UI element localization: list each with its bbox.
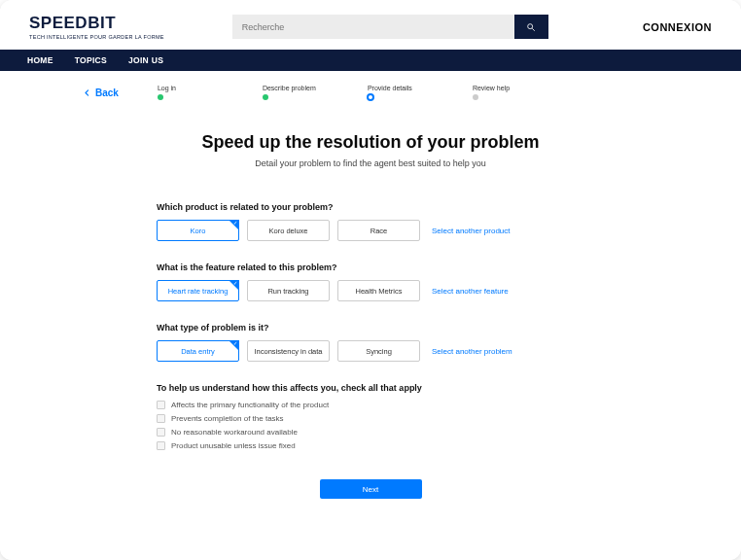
checkbox-primary-functionality[interactable] bbox=[157, 401, 165, 409]
step-login: Log in bbox=[158, 85, 263, 101]
option-label: Data entry bbox=[181, 347, 215, 356]
login-link[interactable]: CONNEXION bbox=[643, 21, 712, 33]
product-options: Koro✓ Koro deluxe Race Select another pr… bbox=[157, 220, 584, 241]
option-run-tracking[interactable]: Run tracking bbox=[247, 280, 330, 301]
feature-options: Heart rate tracking✓ Run tracking Health… bbox=[157, 280, 584, 301]
step-describe: Describe problem bbox=[263, 85, 368, 101]
check-label: Affects the primary functionality of the… bbox=[171, 401, 329, 409]
nav-join-us[interactable]: JOIN US bbox=[128, 55, 163, 65]
option-label: Koro deluxe bbox=[268, 227, 307, 235]
option-koro[interactable]: Koro✓ bbox=[157, 220, 239, 241]
check-row: No reasonable workaround available bbox=[157, 428, 584, 437]
svg-line-1 bbox=[533, 28, 536, 31]
step-provide: Provide details bbox=[368, 85, 473, 101]
brand: SPEEDBIT TECH INTELLIGENTE POUR GARDER L… bbox=[29, 14, 164, 40]
check-row: Product unusable unless issue fixed bbox=[157, 441, 584, 450]
next-button[interactable]: Next bbox=[320, 479, 422, 499]
option-label: Health Metrics bbox=[356, 287, 403, 296]
page-subtitle: Detail your problem to find the agent be… bbox=[0, 158, 741, 168]
option-race[interactable]: Race bbox=[337, 220, 420, 241]
step-dot-done-icon bbox=[158, 94, 163, 100]
step-label: Provide details bbox=[368, 85, 473, 91]
check-label: No reasonable workaround available bbox=[171, 428, 298, 437]
form: Which product is related to your problem… bbox=[157, 202, 584, 499]
select-another-problem-link[interactable]: Select another problem bbox=[432, 347, 512, 356]
question-product-label: Which product is related to your problem… bbox=[157, 202, 584, 212]
checkbox-no-workaround[interactable] bbox=[157, 428, 165, 437]
subheader: Back Log in Describe problem Provide det… bbox=[0, 71, 741, 101]
brand-name: SPEEDBIT bbox=[29, 14, 164, 33]
type-options: Data entry✓ Inconsistency in data Syncin… bbox=[157, 340, 584, 362]
back-link[interactable]: Back bbox=[83, 88, 119, 98]
nav-home[interactable]: HOME bbox=[27, 55, 53, 65]
step-label: Describe problem bbox=[263, 85, 368, 91]
check-label: Prevents completion of the tasks bbox=[171, 414, 284, 423]
stepper: Log in Describe problem Provide details … bbox=[158, 85, 510, 101]
search-icon bbox=[526, 22, 536, 32]
chevron-left-icon bbox=[83, 88, 91, 97]
back-label: Back bbox=[95, 88, 119, 98]
option-label: Syncing bbox=[366, 347, 392, 356]
search-button[interactable] bbox=[514, 15, 548, 39]
check-label: Product unusable unless issue fixed bbox=[171, 441, 296, 450]
option-health-metrics[interactable]: Health Metrics bbox=[337, 280, 420, 301]
header: SPEEDBIT TECH INTELLIGENTE POUR GARDER L… bbox=[0, 0, 741, 50]
check-row: Prevents completion of the tasks bbox=[157, 414, 584, 423]
step-label: Review help bbox=[473, 85, 510, 91]
checkbox-unusable[interactable] bbox=[157, 441, 165, 450]
svg-point-0 bbox=[528, 23, 533, 28]
next-row: Next bbox=[157, 479, 584, 499]
step-review: Review help bbox=[473, 85, 510, 101]
option-syncing[interactable]: Syncing bbox=[337, 340, 420, 362]
search bbox=[232, 15, 548, 39]
nav-topics[interactable]: TOPICS bbox=[75, 55, 107, 65]
check-icon: ✓ bbox=[232, 340, 238, 346]
option-label: Run tracking bbox=[267, 287, 308, 296]
check-icon: ✓ bbox=[232, 220, 238, 226]
question-impact-label: To help us understand how this affects y… bbox=[157, 383, 584, 393]
option-data-entry[interactable]: Data entry✓ bbox=[157, 340, 239, 362]
question-type-label: What type of problem is it? bbox=[157, 323, 584, 332]
select-another-product-link[interactable]: Select another product bbox=[432, 227, 511, 235]
step-dot-done-icon bbox=[263, 94, 268, 100]
question-feature-label: What is the feature related to this prob… bbox=[157, 262, 584, 272]
option-koro-deluxe[interactable]: Koro deluxe bbox=[247, 220, 330, 241]
option-label: Race bbox=[370, 227, 388, 235]
impact-checks: Affects the primary functionality of the… bbox=[157, 401, 584, 450]
brand-tagline: TECH INTELLIGENTE POUR GARDER LA FORME bbox=[29, 34, 164, 40]
search-input[interactable] bbox=[232, 15, 514, 39]
navbar: HOME TOPICS JOIN US bbox=[0, 50, 741, 71]
option-heart-rate[interactable]: Heart rate tracking✓ bbox=[157, 280, 239, 301]
check-icon: ✓ bbox=[232, 280, 238, 286]
option-label: Koro bbox=[191, 227, 206, 235]
select-another-feature-link[interactable]: Select another feature bbox=[432, 287, 509, 296]
step-dot-todo-icon bbox=[473, 94, 478, 100]
option-label: Heart rate tracking bbox=[168, 287, 229, 296]
step-label: Log in bbox=[158, 85, 263, 91]
title-block: Speed up the resolution of your problem … bbox=[0, 132, 741, 168]
check-row: Affects the primary functionality of the… bbox=[157, 401, 584, 409]
checkbox-prevents-completion[interactable] bbox=[157, 414, 165, 423]
option-inconsistency[interactable]: Inconsistency in data bbox=[247, 340, 330, 362]
option-label: Inconsistency in data bbox=[254, 347, 322, 356]
step-dot-active-icon bbox=[367, 93, 374, 101]
page-title: Speed up the resolution of your problem bbox=[0, 132, 741, 153]
